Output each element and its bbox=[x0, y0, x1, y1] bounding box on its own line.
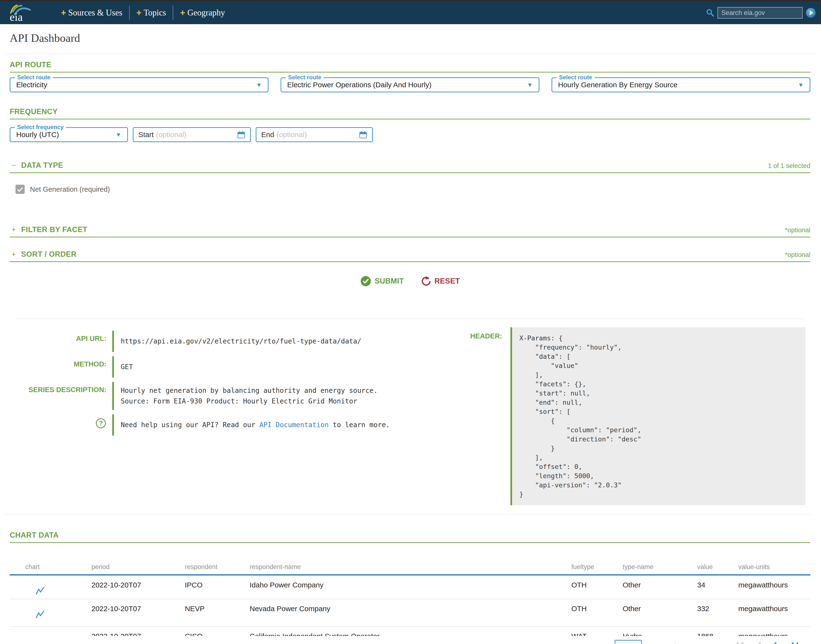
header-params-json: X-Params: { "frequency": "hourly", "data… bbox=[520, 334, 798, 499]
calendar-icon[interactable] bbox=[237, 130, 245, 139]
items-per-page-select[interactable]: 20 ▼ bbox=[615, 640, 642, 644]
section-title: FILTER BY FACET bbox=[21, 225, 88, 234]
next-page-button[interactable] bbox=[771, 641, 782, 644]
series-description-row: SERIES DESCRIPTION: Hourly net generatio… bbox=[10, 382, 426, 410]
sort-order-heading[interactable]: + SORT / ORDER *optional bbox=[10, 250, 810, 262]
reset-arrow-icon bbox=[420, 276, 431, 287]
route-select-2[interactable]: Select route Electric Power Operations (… bbox=[281, 77, 540, 92]
line-chart-icon[interactable] bbox=[36, 610, 45, 619]
column-header[interactable]: value bbox=[697, 563, 738, 571]
checkbox-checked-disabled[interactable] bbox=[15, 185, 25, 194]
check-circle-icon bbox=[360, 276, 371, 287]
submit-label: SUBMIT bbox=[375, 277, 404, 285]
column-header[interactable]: type-name bbox=[623, 563, 697, 571]
route-select-1[interactable]: Select route Electricity ▼ bbox=[10, 77, 269, 92]
cell-value-units: megawatthours bbox=[738, 627, 810, 636]
previous-page-button[interactable] bbox=[753, 641, 764, 644]
column-header[interactable]: fueltype bbox=[571, 563, 623, 571]
cell-type-name: Other bbox=[623, 576, 697, 599]
date-field-placeholder: (optional) bbox=[156, 130, 237, 139]
api-documentation-link[interactable]: API Documentation bbox=[259, 420, 329, 430]
select-label: Select route bbox=[286, 74, 324, 81]
collapse-icon[interactable]: − bbox=[12, 161, 16, 169]
cell-respondent-name: Nevada Power Company bbox=[250, 599, 571, 626]
search-icon bbox=[706, 8, 715, 17]
cell-value-units: megawatthours bbox=[738, 576, 810, 599]
menu-item-topics[interactable]: + Topics bbox=[137, 8, 166, 18]
plus-icon: + bbox=[137, 8, 141, 18]
submit-button[interactable]: SUBMIT bbox=[360, 276, 404, 287]
section-title: CHART DATA bbox=[10, 531, 59, 540]
cell-respondent-name: California Independent System Operator bbox=[250, 627, 571, 636]
menu-item-geography[interactable]: + Geography bbox=[180, 8, 225, 18]
menu-divider bbox=[173, 6, 173, 20]
chevron-down-icon: ▼ bbox=[256, 81, 262, 89]
line-chart-icon[interactable] bbox=[36, 587, 45, 595]
method-value: GET bbox=[112, 356, 133, 377]
reset-button[interactable]: RESET bbox=[420, 276, 460, 287]
reset-label: RESET bbox=[434, 277, 460, 285]
select-value: Electricity bbox=[16, 81, 253, 89]
cell-value: 34 bbox=[697, 576, 738, 599]
end-date-field[interactable]: End (optional) bbox=[256, 127, 373, 142]
first-page-button[interactable] bbox=[735, 641, 746, 644]
divider bbox=[5, 54, 816, 54]
main-menu: + Sources & Uses + Topics + Geography bbox=[61, 6, 225, 20]
help-row: ? Need help using our API? Read our API … bbox=[10, 414, 426, 435]
series-description-label: SERIES DESCRIPTION: bbox=[10, 382, 106, 410]
route-select-3[interactable]: Select route Hourly Generation By Energy… bbox=[552, 77, 810, 92]
method-row: METHOD: GET bbox=[10, 356, 426, 377]
header-label: HEADER: bbox=[426, 327, 508, 340]
calendar-icon[interactable] bbox=[359, 130, 367, 139]
optional-note: *optional bbox=[785, 227, 810, 234]
date-field-label: End bbox=[261, 130, 274, 139]
expand-icon[interactable]: + bbox=[12, 225, 16, 234]
method-label: METHOD: bbox=[10, 356, 106, 377]
filter-by-facet-heading[interactable]: + FILTER BY FACET *optional bbox=[10, 225, 810, 238]
cell-type-name: Hydro bbox=[623, 627, 697, 636]
column-header[interactable]: respondent bbox=[185, 563, 250, 571]
net-generation-option[interactable]: Net Generation (required) bbox=[15, 185, 810, 194]
menu-item-sources-uses[interactable]: + Sources & Uses bbox=[61, 8, 122, 18]
column-header[interactable]: value-units bbox=[738, 563, 810, 571]
svg-text:?: ? bbox=[99, 420, 103, 427]
expand-icon[interactable]: + bbox=[12, 250, 16, 258]
menu-divider bbox=[129, 6, 130, 20]
api-route-heading: API ROUTE bbox=[10, 60, 810, 72]
search-submit-button[interactable] bbox=[806, 8, 816, 18]
cell-respondent: IPCO bbox=[185, 576, 250, 599]
table-header-row: chart period respondent respondent-name … bbox=[10, 563, 810, 576]
cell-value: 332 bbox=[697, 599, 738, 626]
svg-text:eia: eia bbox=[10, 11, 23, 22]
table-row: 2022-10-20T07 IPCO Idaho Power Company O… bbox=[10, 576, 810, 599]
table-row: 2022-10-20T07 NEVP Nevada Power Company … bbox=[10, 599, 810, 627]
eia-logo[interactable]: eia bbox=[9, 3, 32, 22]
last-page-button[interactable] bbox=[789, 641, 800, 644]
search-input[interactable] bbox=[718, 7, 803, 18]
selected-count: 1 of 1 selected bbox=[768, 162, 810, 170]
data-type-heading[interactable]: − DATA TYPE 1 of 1 selected bbox=[10, 161, 810, 173]
page-title: API Dashboard bbox=[10, 31, 821, 45]
date-field-label: Start bbox=[138, 130, 154, 139]
header-params-panel: X-Params: { "frequency": "hourly", "data… bbox=[510, 327, 806, 505]
frequency-select[interactable]: Select frequency Hourly (UTC) ▼ bbox=[10, 127, 128, 142]
cell-period: 2022-10-20T07 bbox=[91, 627, 185, 636]
start-date-field[interactable]: Start (optional) bbox=[133, 127, 251, 142]
cell-fueltype: WAT bbox=[571, 627, 623, 636]
column-header[interactable]: chart bbox=[25, 563, 91, 571]
table-row: 2022-10-20T07 CISO California Independen… bbox=[10, 627, 810, 636]
cell-fueltype: OTH bbox=[571, 599, 623, 626]
check-icon bbox=[16, 185, 25, 194]
cell-period: 2022-10-20T07 bbox=[91, 599, 185, 626]
column-header[interactable]: respondent-name bbox=[250, 563, 571, 571]
previous-page-icon bbox=[753, 641, 764, 644]
section-title: DATA TYPE bbox=[21, 161, 63, 170]
chevron-down-icon: ▼ bbox=[115, 131, 121, 138]
api-url-label: API URL: bbox=[10, 331, 106, 352]
select-label: Select route bbox=[15, 74, 53, 81]
section-title: API ROUTE bbox=[10, 60, 51, 69]
api-url-value: https://api.eia.gov/v2/electricity/rto/f… bbox=[112, 331, 361, 352]
route-select-row: Select route Electricity ▼ Select route … bbox=[10, 77, 810, 92]
pagination-range: 1 – 20 of 14536983 bbox=[650, 643, 707, 644]
column-header[interactable]: period bbox=[91, 563, 185, 571]
